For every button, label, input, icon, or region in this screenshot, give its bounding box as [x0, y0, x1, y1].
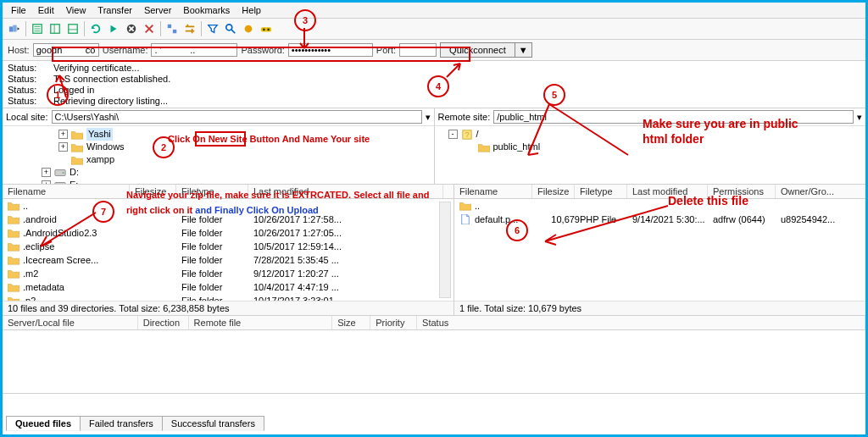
- filter-button[interactable]: [204, 20, 221, 37]
- menu-help[interactable]: Help: [236, 4, 266, 16]
- file-row[interactable]: ..: [3, 199, 453, 213]
- site-manager-button[interactable]: [6, 20, 23, 37]
- local-site-label: Local site:: [6, 112, 48, 122]
- local-file-list[interactable]: ...androidFile folder10/26/2017 1:27:58.…: [3, 199, 453, 301]
- column-header[interactable]: Status: [417, 316, 865, 329]
- column-header[interactable]: Priority: [370, 316, 417, 329]
- quickconnect-dropdown[interactable]: ▼: [515, 43, 531, 57]
- message-log: Status:Verifying certificate... Status:T…: [3, 61, 865, 108]
- quickconnect-bar: Host: Username: Password: Port: Quickcon…: [3, 40, 865, 61]
- file-row[interactable]: .Icecream Scree...File folder7/28/2021 5…: [3, 253, 453, 267]
- file-row[interactable]: .AndroidStudio2.3File folder10/26/2017 1…: [3, 226, 453, 240]
- bookmark-button[interactable]: [258, 20, 275, 37]
- toggle-queue-button[interactable]: [64, 20, 81, 37]
- column-header[interactable]: Filesize: [532, 185, 575, 198]
- search-button[interactable]: [222, 20, 239, 37]
- toggle-tree-button[interactable]: [47, 20, 64, 37]
- sync-browse-button[interactable]: [240, 20, 257, 37]
- menu-edit[interactable]: Edit: [33, 4, 59, 16]
- column-header[interactable]: Filetype: [176, 185, 248, 198]
- tree-node[interactable]: xampp: [8, 153, 429, 166]
- dropdown-icon[interactable]: ▾: [426, 112, 431, 123]
- tab-successful[interactable]: Successful transfers: [162, 416, 264, 431]
- menu-file[interactable]: File: [6, 4, 31, 16]
- column-header[interactable]: Last modified: [627, 185, 708, 198]
- username-label: Username:: [103, 45, 148, 55]
- svg-point-21: [263, 29, 265, 31]
- column-header[interactable]: Last modified: [248, 185, 443, 198]
- column-header[interactable]: Filetype: [575, 185, 627, 198]
- remote-tree[interactable]: -?/public_html: [435, 126, 866, 184]
- log-status: Status:: [8, 63, 47, 74]
- local-tree[interactable]: +Yashi+Windowsxampp+D:+E:: [3, 126, 434, 184]
- column-header[interactable]: Size: [332, 316, 370, 329]
- column-header[interactable]: Permissions: [708, 185, 776, 198]
- tree-node[interactable]: +Yashi: [8, 128, 429, 141]
- dropdown-icon[interactable]: ▾: [857, 112, 862, 123]
- column-header[interactable]: Filename: [3, 185, 130, 198]
- file-row[interactable]: default.p...10,679PHP File9/14/2021 5:30…: [454, 213, 868, 226]
- column-header[interactable]: Filesize: [130, 185, 176, 198]
- refresh-button[interactable]: [87, 20, 104, 37]
- scrollbar[interactable]: [439, 202, 451, 298]
- svg-rect-25: [55, 182, 65, 184]
- tab-failed[interactable]: Failed transfers: [80, 416, 163, 431]
- queue-tabs: Queued files Failed transfers Successful…: [6, 416, 264, 431]
- menu-server[interactable]: Server: [139, 4, 176, 16]
- file-row[interactable]: .eclipseFile folder10/5/2017 12:59:14...: [3, 240, 453, 253]
- menubar: File Edit View Transfer Server Bookmarks…: [3, 3, 865, 19]
- svg-rect-20: [261, 27, 271, 31]
- tree-node[interactable]: -?/: [440, 128, 861, 141]
- menu-bookmarks[interactable]: Bookmarks: [178, 4, 235, 16]
- svg-rect-0: [9, 26, 13, 31]
- tree-node[interactable]: public_html: [440, 141, 861, 153]
- svg-point-19: [245, 25, 253, 33]
- column-header[interactable]: Remote file: [189, 316, 333, 329]
- remote-list-pane: FilenameFilesizeFiletypeLast modifiedPer…: [454, 185, 868, 315]
- tab-queued[interactable]: Queued files: [6, 416, 81, 431]
- remote-site-label: Remote site:: [438, 112, 491, 122]
- password-input[interactable]: [288, 43, 373, 57]
- reconnect-button[interactable]: [164, 20, 181, 37]
- toggle-log-button[interactable]: [29, 20, 46, 37]
- file-row[interactable]: .p2File folder10/17/2017 3:23:01...: [3, 294, 453, 301]
- svg-point-24: [63, 172, 64, 174]
- svg-rect-1: [13, 25, 16, 32]
- menu-view[interactable]: View: [61, 4, 92, 16]
- file-row[interactable]: ..: [454, 199, 868, 213]
- remote-path-input[interactable]: [493, 110, 854, 124]
- compare-button[interactable]: [181, 20, 198, 37]
- column-header[interactable]: Direction: [138, 316, 189, 329]
- port-input[interactable]: [399, 43, 437, 57]
- disconnect-button[interactable]: [141, 20, 158, 37]
- svg-point-22: [267, 29, 270, 31]
- local-path-input[interactable]: [52, 110, 422, 124]
- svg-rect-8: [69, 25, 78, 34]
- transfer-queue: Server/Local fileDirectionRemote fileSiz…: [3, 316, 865, 394]
- svg-text:?: ?: [465, 130, 469, 139]
- svg-rect-6: [51, 25, 60, 34]
- tree-node[interactable]: +D:: [8, 166, 429, 179]
- cancel-button[interactable]: [123, 20, 140, 37]
- menu-transfer[interactable]: Transfer: [92, 4, 137, 16]
- username-input[interactable]: [151, 43, 237, 57]
- host-input[interactable]: [33, 43, 99, 57]
- svg-point-17: [226, 25, 232, 30]
- list-row: FilenameFilesizeFiletypeLast modified ..…: [3, 185, 865, 316]
- local-list-pane: FilenameFilesizeFiletypeLast modified ..…: [3, 185, 454, 315]
- column-header[interactable]: Owner/Gro...: [776, 185, 868, 198]
- remote-file-list[interactable]: ..default.p...10,679PHP File9/14/2021 5:…: [454, 199, 868, 301]
- file-row[interactable]: .metadataFile folder10/4/2017 4:47:19 ..…: [3, 280, 453, 294]
- process-queue-button[interactable]: [105, 20, 122, 37]
- local-status: 10 files and 39 directories. Total size:…: [3, 301, 453, 315]
- file-row[interactable]: .m2File folder9/12/2017 1:20:27 ...: [3, 267, 453, 280]
- quickconnect-button[interactable]: Quickconnect ▼: [440, 42, 532, 58]
- svg-line-18: [231, 30, 235, 33]
- host-label: Host:: [8, 45, 30, 55]
- tree-node[interactable]: +Windows: [8, 141, 429, 153]
- column-header[interactable]: Server/Local file: [3, 316, 138, 329]
- column-header[interactable]: Filename: [454, 185, 532, 198]
- remote-status: 1 file. Total size: 10,679 bytes: [454, 301, 868, 315]
- tree-node[interactable]: +E:: [8, 179, 429, 184]
- file-row[interactable]: .androidFile folder10/26/2017 1:27:58...: [3, 213, 453, 226]
